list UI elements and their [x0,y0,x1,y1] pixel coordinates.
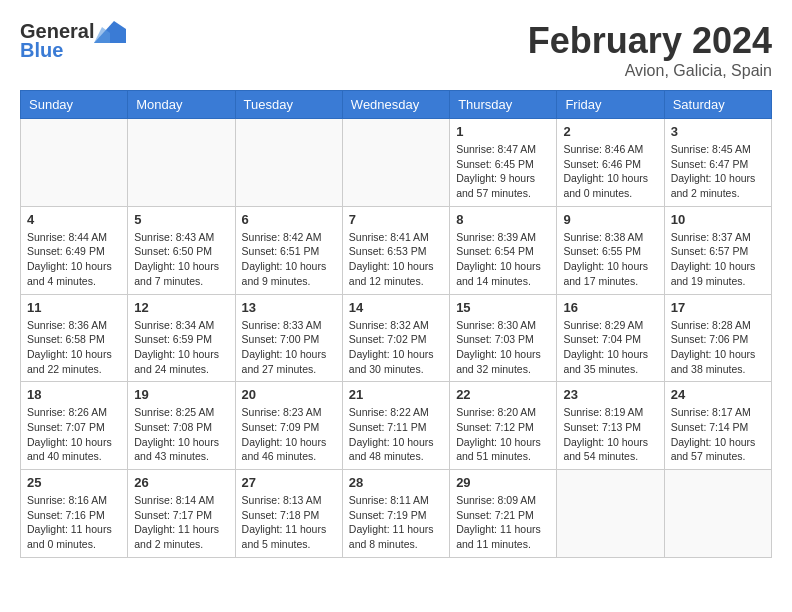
day-number: 3 [671,124,765,139]
calendar-day: 17Sunrise: 8:28 AM Sunset: 7:06 PM Dayli… [664,294,771,382]
calendar-day: 12Sunrise: 8:34 AM Sunset: 6:59 PM Dayli… [128,294,235,382]
day-info: Sunrise: 8:22 AM Sunset: 7:11 PM Dayligh… [349,405,443,464]
day-info: Sunrise: 8:29 AM Sunset: 7:04 PM Dayligh… [563,318,657,377]
day-number: 14 [349,300,443,315]
day-number: 25 [27,475,121,490]
day-number: 26 [134,475,228,490]
day-info: Sunrise: 8:45 AM Sunset: 6:47 PM Dayligh… [671,142,765,201]
day-number: 28 [349,475,443,490]
calendar-day: 2Sunrise: 8:46 AM Sunset: 6:46 PM Daylig… [557,119,664,207]
calendar-day: 28Sunrise: 8:11 AM Sunset: 7:19 PM Dayli… [342,470,449,558]
day-info: Sunrise: 8:17 AM Sunset: 7:14 PM Dayligh… [671,405,765,464]
day-number: 18 [27,387,121,402]
day-number: 29 [456,475,550,490]
day-number: 1 [456,124,550,139]
calendar-day: 5Sunrise: 8:43 AM Sunset: 6:50 PM Daylig… [128,206,235,294]
calendar-header-row: Sunday Monday Tuesday Wednesday Thursday… [21,91,772,119]
calendar-day: 13Sunrise: 8:33 AM Sunset: 7:00 PM Dayli… [235,294,342,382]
title-area: February 2024 Avion, Galicia, Spain [528,20,772,80]
day-info: Sunrise: 8:33 AM Sunset: 7:00 PM Dayligh… [242,318,336,377]
calendar-day [235,119,342,207]
day-info: Sunrise: 8:30 AM Sunset: 7:03 PM Dayligh… [456,318,550,377]
calendar-day: 10Sunrise: 8:37 AM Sunset: 6:57 PM Dayli… [664,206,771,294]
day-number: 10 [671,212,765,227]
day-number: 19 [134,387,228,402]
calendar-day: 15Sunrise: 8:30 AM Sunset: 7:03 PM Dayli… [450,294,557,382]
calendar-day: 20Sunrise: 8:23 AM Sunset: 7:09 PM Dayli… [235,382,342,470]
calendar-day: 26Sunrise: 8:14 AM Sunset: 7:17 PM Dayli… [128,470,235,558]
day-info: Sunrise: 8:26 AM Sunset: 7:07 PM Dayligh… [27,405,121,464]
calendar-table: Sunday Monday Tuesday Wednesday Thursday… [20,90,772,558]
day-number: 12 [134,300,228,315]
month-title: February 2024 [528,20,772,62]
col-tuesday: Tuesday [235,91,342,119]
week-row-3: 11Sunrise: 8:36 AM Sunset: 6:58 PM Dayli… [21,294,772,382]
day-number: 16 [563,300,657,315]
day-number: 7 [349,212,443,227]
day-number: 6 [242,212,336,227]
calendar-day [128,119,235,207]
col-wednesday: Wednesday [342,91,449,119]
day-info: Sunrise: 8:28 AM Sunset: 7:06 PM Dayligh… [671,318,765,377]
day-number: 11 [27,300,121,315]
day-number: 22 [456,387,550,402]
day-info: Sunrise: 8:37 AM Sunset: 6:57 PM Dayligh… [671,230,765,289]
calendar-day: 18Sunrise: 8:26 AM Sunset: 7:07 PM Dayli… [21,382,128,470]
calendar-day [21,119,128,207]
day-number: 4 [27,212,121,227]
calendar-day: 23Sunrise: 8:19 AM Sunset: 7:13 PM Dayli… [557,382,664,470]
logo-icon [94,21,126,43]
day-info: Sunrise: 8:38 AM Sunset: 6:55 PM Dayligh… [563,230,657,289]
calendar-day [342,119,449,207]
calendar-day: 19Sunrise: 8:25 AM Sunset: 7:08 PM Dayli… [128,382,235,470]
calendar-day: 7Sunrise: 8:41 AM Sunset: 6:53 PM Daylig… [342,206,449,294]
calendar-day: 24Sunrise: 8:17 AM Sunset: 7:14 PM Dayli… [664,382,771,470]
day-info: Sunrise: 8:25 AM Sunset: 7:08 PM Dayligh… [134,405,228,464]
day-info: Sunrise: 8:11 AM Sunset: 7:19 PM Dayligh… [349,493,443,552]
day-info: Sunrise: 8:13 AM Sunset: 7:18 PM Dayligh… [242,493,336,552]
calendar-day: 22Sunrise: 8:20 AM Sunset: 7:12 PM Dayli… [450,382,557,470]
col-saturday: Saturday [664,91,771,119]
day-number: 2 [563,124,657,139]
calendar-day: 14Sunrise: 8:32 AM Sunset: 7:02 PM Dayli… [342,294,449,382]
header: General Blue February 2024 Avion, Galici… [20,20,772,80]
day-number: 27 [242,475,336,490]
day-number: 15 [456,300,550,315]
calendar-day: 27Sunrise: 8:13 AM Sunset: 7:18 PM Dayli… [235,470,342,558]
day-number: 20 [242,387,336,402]
day-number: 24 [671,387,765,402]
calendar-day [664,470,771,558]
logo: General Blue [20,20,126,62]
calendar-day: 16Sunrise: 8:29 AM Sunset: 7:04 PM Dayli… [557,294,664,382]
calendar-day: 11Sunrise: 8:36 AM Sunset: 6:58 PM Dayli… [21,294,128,382]
calendar-day [557,470,664,558]
calendar-day: 1Sunrise: 8:47 AM Sunset: 6:45 PM Daylig… [450,119,557,207]
calendar-day: 29Sunrise: 8:09 AM Sunset: 7:21 PM Dayli… [450,470,557,558]
calendar-day: 9Sunrise: 8:38 AM Sunset: 6:55 PM Daylig… [557,206,664,294]
day-info: Sunrise: 8:23 AM Sunset: 7:09 PM Dayligh… [242,405,336,464]
day-info: Sunrise: 8:36 AM Sunset: 6:58 PM Dayligh… [27,318,121,377]
calendar-day: 3Sunrise: 8:45 AM Sunset: 6:47 PM Daylig… [664,119,771,207]
calendar-day: 6Sunrise: 8:42 AM Sunset: 6:51 PM Daylig… [235,206,342,294]
calendar-day: 25Sunrise: 8:16 AM Sunset: 7:16 PM Dayli… [21,470,128,558]
logo-blue: Blue [20,39,63,62]
day-number: 17 [671,300,765,315]
day-info: Sunrise: 8:14 AM Sunset: 7:17 PM Dayligh… [134,493,228,552]
day-info: Sunrise: 8:19 AM Sunset: 7:13 PM Dayligh… [563,405,657,464]
col-friday: Friday [557,91,664,119]
day-number: 5 [134,212,228,227]
day-info: Sunrise: 8:39 AM Sunset: 6:54 PM Dayligh… [456,230,550,289]
location: Avion, Galicia, Spain [528,62,772,80]
day-info: Sunrise: 8:09 AM Sunset: 7:21 PM Dayligh… [456,493,550,552]
day-info: Sunrise: 8:41 AM Sunset: 6:53 PM Dayligh… [349,230,443,289]
week-row-1: 1Sunrise: 8:47 AM Sunset: 6:45 PM Daylig… [21,119,772,207]
calendar-day: 21Sunrise: 8:22 AM Sunset: 7:11 PM Dayli… [342,382,449,470]
day-info: Sunrise: 8:34 AM Sunset: 6:59 PM Dayligh… [134,318,228,377]
col-sunday: Sunday [21,91,128,119]
day-number: 23 [563,387,657,402]
day-info: Sunrise: 8:32 AM Sunset: 7:02 PM Dayligh… [349,318,443,377]
week-row-2: 4Sunrise: 8:44 AM Sunset: 6:49 PM Daylig… [21,206,772,294]
day-info: Sunrise: 8:43 AM Sunset: 6:50 PM Dayligh… [134,230,228,289]
day-info: Sunrise: 8:44 AM Sunset: 6:49 PM Dayligh… [27,230,121,289]
day-info: Sunrise: 8:16 AM Sunset: 7:16 PM Dayligh… [27,493,121,552]
